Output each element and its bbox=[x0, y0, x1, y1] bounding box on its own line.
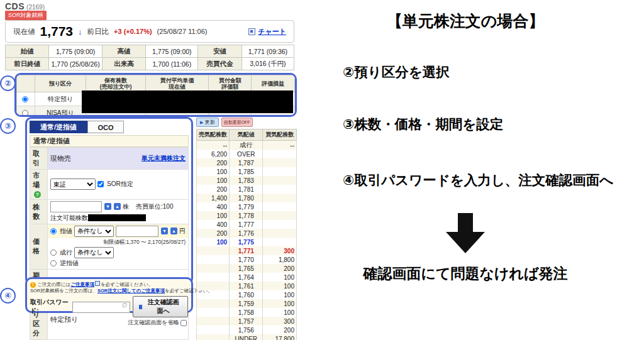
market-label: 市場 bbox=[33, 172, 40, 189]
board-cell-buy bbox=[263, 238, 297, 246]
password-label: 取引パスワード: bbox=[30, 298, 70, 315]
market-select[interactable]: 東証 bbox=[50, 178, 96, 190]
quote-value: 1,770 (25/08/26) bbox=[49, 58, 103, 70]
board-row: 2001,776 bbox=[197, 229, 297, 238]
password-mask-icon: ∅ bbox=[122, 302, 128, 309]
board-cell-price: 1,777 bbox=[230, 220, 263, 229]
market-order-radio[interactable] bbox=[50, 250, 57, 256]
deposit-selection-box: 預り区分 保有株数 (売却注文中) 買付平均単価 現在値 買付金額 評価額 評価… bbox=[14, 73, 297, 117]
board-cell-sell bbox=[197, 308, 230, 317]
form-section-title: 通常/逆指値 bbox=[30, 135, 189, 147]
quantity-unit: 株 bbox=[123, 202, 129, 211]
board-row: 1001,778 bbox=[197, 211, 297, 220]
board-body: --成行--6,200OVER2001,7871001,7851001,7832… bbox=[197, 141, 297, 340]
buy-qty-header: 買気配株数 bbox=[263, 129, 297, 141]
board-row: 1,757300 bbox=[197, 317, 297, 326]
board-row: 4001,777 bbox=[197, 220, 297, 229]
board-cell-sell: 1,400 bbox=[197, 194, 230, 202]
board-cell-sell bbox=[197, 255, 230, 264]
quote-label: 高値 bbox=[102, 45, 145, 58]
trade-label: 取引 bbox=[30, 148, 48, 170]
guide-step-4: ④取引パスワードを入力し、注文確認画面へ bbox=[343, 171, 613, 189]
price-down-icon[interactable]: ▼ bbox=[161, 228, 168, 234]
limit-price-radio[interactable] bbox=[50, 228, 57, 234]
tab-normal-stop[interactable]: 通常/逆指値 bbox=[30, 121, 87, 133]
quantity-down-icon[interactable]: ▼ bbox=[104, 203, 111, 210]
board-row: 1001,775 bbox=[197, 238, 297, 246]
chart-link[interactable]: チャート bbox=[258, 27, 286, 36]
board-cell-buy: 300 bbox=[263, 317, 297, 326]
board-cell-buy: 100 bbox=[263, 282, 297, 290]
board-cell-sell: 100 bbox=[197, 176, 230, 185]
order-tabs: 通常/逆指値 OCO bbox=[30, 121, 189, 133]
redacted-data bbox=[88, 214, 146, 221]
guide-title: 【単元株注文の場合】 bbox=[308, 11, 623, 31]
board-cell-sell bbox=[197, 273, 230, 282]
board-update-button[interactable]: ▶ 更新 bbox=[196, 118, 219, 127]
board-cell-sell bbox=[197, 317, 230, 326]
redacted-data bbox=[82, 90, 293, 113]
board-cell-buy bbox=[263, 167, 297, 176]
deposit-radio-nisa[interactable] bbox=[22, 110, 28, 116]
guide-conclusion: 確認画面にて問題なければ発注 bbox=[308, 264, 623, 283]
board-cell-price: 1,780 bbox=[230, 194, 263, 202]
step-4-badge: ④ bbox=[0, 288, 16, 304]
odd-lot-order-link[interactable]: 単元未満株注文 bbox=[142, 154, 186, 163]
notice-password-box: !ご注文の際にはご注意事項を必ずご確認ください。 SOR対象銘柄をご注文の際は、… bbox=[25, 277, 193, 313]
board-cell-sell: 100 bbox=[197, 238, 230, 246]
order-confirm-button[interactable]: 注文確認画面へ bbox=[133, 296, 188, 317]
board-cell-buy: 100 bbox=[263, 308, 297, 317]
board-cell-price: 1,787 bbox=[230, 158, 263, 167]
trade-row: 取引 現物売 単元未満株注文 bbox=[30, 148, 189, 170]
limit-price-input[interactable] bbox=[116, 226, 158, 237]
board-cell-price: 1,761 bbox=[230, 282, 263, 290]
limit-cond-select[interactable]: 条件なし bbox=[74, 226, 114, 237]
auto-update-button[interactable]: 自動更新OFF bbox=[221, 118, 253, 127]
quantity-input[interactable] bbox=[50, 201, 102, 212]
board-cell-sell bbox=[197, 264, 230, 273]
skip-confirm-checkbox[interactable] bbox=[180, 320, 187, 326]
board-row: UNDER17,800 bbox=[197, 334, 297, 340]
deposit-col-header: 買付金額 評価額 bbox=[208, 75, 252, 92]
board-cell-sell bbox=[197, 326, 230, 334]
stock-code: (2169) bbox=[26, 4, 45, 11]
deposit-radio-tokutei[interactable] bbox=[22, 96, 28, 102]
sor-caution-link[interactable]: SOR注文に関してのご注意事項 bbox=[97, 288, 165, 293]
board-cell-buy bbox=[263, 185, 297, 194]
sor-checkbox[interactable] bbox=[97, 181, 104, 187]
price-up-icon[interactable]: ▲ bbox=[170, 228, 177, 234]
price-header: 気配値 bbox=[230, 129, 263, 141]
board-cell-price: 1,775 bbox=[230, 238, 263, 246]
board-cell-price: 1,764 bbox=[230, 273, 263, 282]
quote-label: 出来高 bbox=[102, 58, 145, 70]
quantity-up-icon[interactable]: ▲ bbox=[114, 203, 121, 210]
board-cell-buy: 100 bbox=[263, 299, 297, 308]
market-row: 市場? 東証 SOR指定 bbox=[30, 170, 189, 200]
current-price-value: 1,773 bbox=[40, 24, 74, 39]
board-cell-sell: 400 bbox=[197, 220, 230, 229]
deposit-header-row: 預り区分 保有株数 (売却注文中) 買付平均単価 現在値 買付金額 評価額 評価… bbox=[17, 75, 295, 92]
chart-icon bbox=[248, 28, 255, 35]
sor-target-badge: SOR対象銘柄 bbox=[5, 11, 47, 20]
board-cell-buy: -- bbox=[263, 141, 297, 150]
help-icon[interactable]: ? bbox=[34, 191, 41, 198]
board-row: 1,759100 bbox=[197, 299, 297, 308]
tab-oco[interactable]: OCO bbox=[87, 121, 124, 133]
step-2-badge: ② bbox=[0, 75, 16, 91]
board-cell-buy bbox=[263, 220, 297, 229]
quote-value: 1,775 (09:00) bbox=[146, 45, 198, 58]
quote-summary-table: 始値 1,775 (09:00) 高値 1,775 (09:00) 安値 1,7… bbox=[5, 45, 294, 70]
board-cell-buy bbox=[263, 194, 297, 202]
trade-password-input[interactable] bbox=[72, 302, 130, 313]
board-row: 1001,783 bbox=[197, 176, 297, 185]
order-form-box: 通常/逆指値 OCO 通常/逆指値 取引 現物売 単元未満株注文 市場? 東証 bbox=[25, 117, 193, 285]
stock-name: CDS bbox=[5, 1, 25, 11]
board-cell-price: 1,770 bbox=[230, 255, 263, 264]
caution-link[interactable]: ご注意事項 bbox=[70, 282, 94, 287]
price-datetime: (25/08/27 11:06) bbox=[157, 28, 208, 35]
quote-value: 3,016 (千円) bbox=[242, 58, 294, 70]
stop-order-radio[interactable] bbox=[50, 260, 57, 266]
board-cell-buy bbox=[263, 229, 297, 238]
market-cond-select[interactable]: 条件なし bbox=[74, 247, 114, 258]
quote-label: 安値 bbox=[198, 45, 242, 58]
